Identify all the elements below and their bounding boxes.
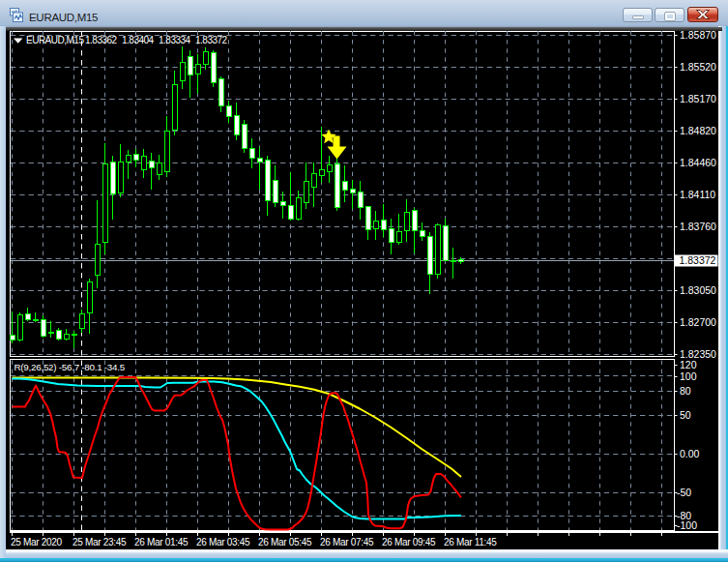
svg-text:1.85170: 1.85170	[680, 93, 716, 104]
svg-text:1.83372: 1.83372	[195, 35, 228, 45]
svg-text:1.85870: 1.85870	[680, 29, 716, 41]
svg-text:1.83334: 1.83334	[159, 35, 191, 45]
svg-text:1.83362: 1.83362	[85, 35, 118, 45]
svg-text:1.85520: 1.85520	[680, 61, 716, 73]
svg-text:-100: -100	[677, 519, 697, 531]
svg-text:26 Mar 11:45: 26 Mar 11:45	[444, 537, 497, 547]
svg-text:EURAUD,M15: EURAUD,M15	[26, 35, 84, 45]
svg-text:1.82700: 1.82700	[680, 316, 716, 328]
svg-text:1.83050: 1.83050	[680, 284, 716, 296]
svg-text:100: 100	[680, 370, 697, 382]
svg-text:26 Mar 07:45: 26 Mar 07:45	[320, 537, 374, 547]
svg-text:1.84110: 1.84110	[680, 189, 715, 200]
svg-text:26 Mar 01:45: 26 Mar 01:45	[134, 537, 189, 547]
svg-text:R(9,26,52) -56.7 -80.1 -34.5: R(9,26,52) -56.7 -80.1 -34.5	[15, 362, 126, 372]
svg-text:25 Mar 23:45: 25 Mar 23:45	[73, 537, 127, 547]
svg-text:0.00: 0.00	[680, 448, 700, 459]
svg-text:1.84820: 1.84820	[680, 125, 716, 136]
svg-text:1.83404: 1.83404	[122, 35, 155, 45]
svg-text:26 Mar 05:45: 26 Mar 05:45	[258, 537, 312, 547]
svg-text:80: 80	[680, 385, 691, 397]
svg-text:1.84460: 1.84460	[680, 157, 716, 168]
svg-text:-50: -50	[677, 487, 691, 498]
svg-text:25 Mar 2020: 25 Mar 2020	[11, 537, 63, 547]
svg-text:50: 50	[680, 409, 691, 421]
svg-text:1.83760: 1.83760	[680, 221, 716, 232]
svg-text:1.83372: 1.83372	[680, 254, 716, 266]
svg-text:26 Mar 03:45: 26 Mar 03:45	[196, 537, 250, 547]
svg-text:120: 120	[680, 359, 697, 370]
svg-text:26 Mar 09:45: 26 Mar 09:45	[382, 537, 436, 547]
